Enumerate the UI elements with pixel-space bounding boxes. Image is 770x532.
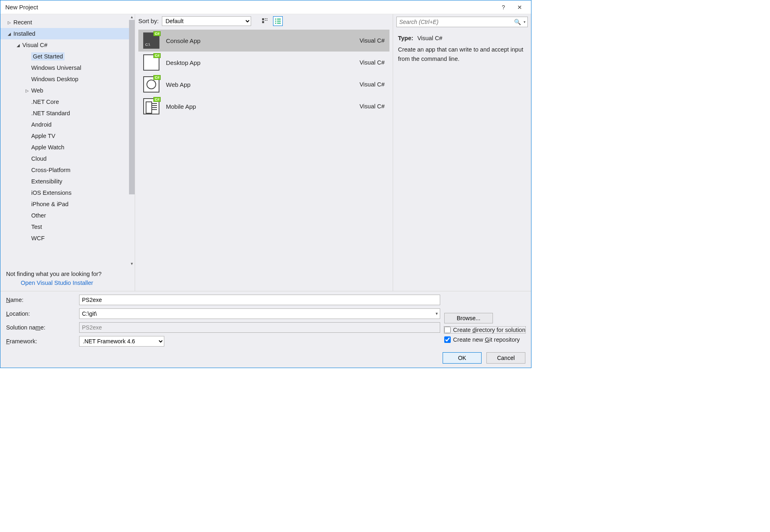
- svg-rect-1: [265, 18, 266, 19]
- tree-scrollbar[interactable]: ▲ ▼: [129, 14, 135, 267]
- right-options: Browse... Create directory for solution …: [444, 312, 525, 343]
- scroll-up-icon[interactable]: ▲: [129, 14, 135, 20]
- details-type-label: Type:: [398, 35, 413, 41]
- template-name: Desktop App: [166, 59, 342, 66]
- search-icon[interactable]: 🔍: [513, 19, 522, 25]
- search-box[interactable]: 🔍 ▼: [396, 17, 528, 27]
- templates-toolbar: Sort by: Default: [135, 14, 393, 28]
- svg-rect-4: [265, 20, 266, 21]
- svg-rect-11: [277, 23, 281, 24]
- tree-item[interactable]: Apple TV: [0, 130, 135, 142]
- category-tree-scroll[interactable]: ▷ Recent ◢ Installed ◢ Visual C# Get Sta…: [0, 14, 135, 267]
- tree-item-installed[interactable]: ◢ Installed: [0, 28, 135, 39]
- location-input[interactable]: [79, 308, 440, 319]
- ok-button[interactable]: OK: [443, 352, 482, 364]
- details-type-line: Type: Visual C#: [398, 34, 526, 43]
- tree-item[interactable]: .NET Standard: [0, 108, 135, 119]
- tree-item[interactable]: Windows Desktop: [0, 73, 135, 85]
- tree-footer: Not finding what you are looking for? Op…: [0, 267, 135, 291]
- template-row-console-app[interactable]: C# Console App Visual C#: [138, 30, 389, 52]
- name-input[interactable]: [79, 295, 440, 305]
- tree-item-visual-csharp[interactable]: ◢ Visual C#: [0, 39, 135, 51]
- tree-item-recent[interactable]: ▷ Recent: [0, 17, 135, 28]
- template-list: C# Console App Visual C# C# Desktop App …: [135, 28, 393, 291]
- framework-select[interactable]: .NET Framework 4.6: [79, 336, 164, 347]
- tree-item[interactable]: Cloud: [0, 153, 135, 164]
- chevron-down-icon: ◢: [17, 43, 22, 47]
- solution-name-label: Solution name:: [6, 324, 75, 331]
- tree-item-get-started[interactable]: Get Started: [0, 51, 135, 62]
- tree-item[interactable]: Apple Watch: [0, 142, 135, 153]
- create-git-input[interactable]: [444, 336, 451, 343]
- tree-item[interactable]: Extensibility: [0, 176, 135, 187]
- svg-rect-5: [267, 20, 267, 21]
- solution-name-input[interactable]: [79, 322, 440, 333]
- sort-by-label: Sort by:: [138, 18, 159, 24]
- category-tree: ▷ Recent ◢ Installed ◢ Visual C# Get Sta…: [0, 14, 135, 244]
- tree-label: Cloud: [31, 155, 47, 162]
- template-name: Console App: [166, 37, 342, 44]
- tree-item[interactable]: Test: [0, 221, 135, 233]
- open-installer-link[interactable]: Open Visual Studio Installer: [6, 280, 129, 286]
- template-lang: Visual C#: [348, 59, 385, 66]
- create-directory-label: Create directory for solution: [453, 327, 525, 333]
- chevron-right-icon: ▷: [26, 88, 31, 93]
- main-area: ▷ Recent ◢ Installed ◢ Visual C# Get Sta…: [0, 14, 531, 291]
- tree-item[interactable]: Other: [0, 210, 135, 221]
- tree-label: Cross-Platform: [31, 167, 71, 173]
- tree-item-web[interactable]: ▷Web: [0, 85, 135, 96]
- tree-label: Get Started: [31, 52, 65, 60]
- close-button[interactable]: ✕: [512, 1, 528, 13]
- svg-rect-3: [262, 21, 264, 23]
- view-tiles-button[interactable]: [260, 16, 270, 26]
- sort-by-select[interactable]: Default: [162, 16, 251, 26]
- tree-label: Other: [31, 212, 46, 219]
- tree-label: Recent: [13, 19, 32, 26]
- cancel-button[interactable]: Cancel: [486, 352, 525, 364]
- location-combo[interactable]: ▼: [79, 308, 440, 319]
- template-row-mobile-app[interactable]: C# Mobile App Visual C#: [138, 95, 389, 117]
- template-row-web-app[interactable]: C# Web App Visual C#: [138, 73, 389, 95]
- tree-item[interactable]: Cross-Platform: [0, 164, 135, 176]
- tree-label: Installed: [13, 30, 35, 37]
- tree-item[interactable]: Windows Universal: [0, 62, 135, 73]
- framework-label: Framework:: [6, 338, 75, 345]
- dialog-buttons: OK Cancel: [6, 350, 525, 364]
- view-list-button[interactable]: [273, 16, 283, 26]
- tree-label: Windows Universal: [31, 65, 81, 71]
- search-input[interactable]: [397, 19, 513, 25]
- tree-item[interactable]: iOS Extensions: [0, 187, 135, 198]
- tree-label: Test: [31, 224, 42, 230]
- tree-item[interactable]: iPhone & iPad: [0, 198, 135, 210]
- help-button[interactable]: ?: [495, 1, 512, 13]
- create-directory-input[interactable]: [444, 327, 451, 333]
- tree-label: Web: [31, 87, 43, 94]
- svg-rect-9: [277, 21, 281, 22]
- create-git-checkbox[interactable]: Create new Git repository: [444, 336, 525, 343]
- tree-label: .NET Standard: [31, 110, 70, 116]
- tree-label: Extensibility: [31, 178, 62, 185]
- tree-item[interactable]: Android: [0, 119, 135, 130]
- svg-rect-8: [275, 21, 276, 22]
- search-dropdown-icon[interactable]: ▼: [522, 20, 527, 24]
- tree-label: Visual C#: [22, 42, 47, 48]
- location-label: Location:: [6, 310, 75, 317]
- scrollbar-thumb[interactable]: [129, 20, 135, 194]
- templates-pane: Sort by: Default C#: [135, 14, 393, 291]
- tree-label: .NET Core: [31, 99, 59, 105]
- details-type-value: Visual C#: [417, 35, 443, 41]
- template-lang: Visual C#: [348, 37, 385, 44]
- create-directory-checkbox[interactable]: Create directory for solution: [444, 327, 525, 333]
- tiles-icon: [262, 18, 268, 24]
- search-wrap: 🔍 ▼: [393, 14, 531, 30]
- tree-footer-hint: Not finding what you are looking for?: [6, 271, 129, 277]
- tree-item[interactable]: .NET Core: [0, 96, 135, 108]
- scroll-down-icon[interactable]: ▼: [129, 261, 135, 267]
- template-row-desktop-app[interactable]: C# Desktop App Visual C#: [138, 52, 389, 73]
- browse-button[interactable]: Browse...: [444, 313, 493, 323]
- svg-rect-10: [275, 23, 276, 24]
- tree-item[interactable]: WCF: [0, 233, 135, 244]
- create-git-label: Create new Git repository: [453, 336, 520, 343]
- tree-label: Apple TV: [31, 133, 55, 139]
- name-label: Name:: [6, 297, 75, 303]
